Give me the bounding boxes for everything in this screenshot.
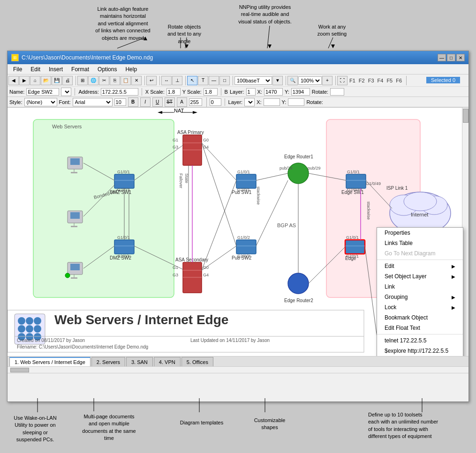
cm-edit-arrow: ▶ [452, 264, 455, 269]
bold-button[interactable]: B [128, 97, 138, 107]
cm-grouping[interactable]: Grouping ▶ [377, 292, 463, 302]
shape-tool[interactable]: □ [219, 76, 230, 85]
cm-edit-float[interactable]: Edit Float Text [377, 323, 463, 333]
yscale-input[interactable] [204, 88, 218, 96]
zoom-in-button[interactable]: + [322, 76, 332, 85]
y-input[interactable] [291, 88, 310, 96]
cm-telnet[interactable]: telnet 172.22.5.5 [377, 335, 463, 346]
forward-button[interactable]: ▶ [19, 76, 30, 85]
xscale-input[interactable] [166, 88, 181, 96]
network-type-select[interactable]: 100baseT [234, 76, 272, 85]
layer-input[interactable] [246, 88, 256, 96]
x-input[interactable] [264, 88, 283, 96]
font-color-button[interactable]: A [177, 97, 187, 107]
svg-rect-9 [33, 119, 174, 297]
menu-edit[interactable]: Edit [27, 65, 44, 74]
maximize-button[interactable]: □ [447, 54, 455, 61]
network-button[interactable]: 🌐 [88, 76, 98, 85]
svg-text:stackwise: stackwise [256, 186, 261, 205]
cm-lock[interactable]: Lock ▶ [377, 302, 463, 312]
svg-rect-27 [70, 264, 80, 270]
menu-help[interactable]: Help [121, 65, 141, 74]
cm-properties[interactable]: Properties [377, 228, 463, 238]
style-layer-select[interactable] [244, 98, 255, 106]
svg-text:G1/0/2: G1/0/2 [237, 235, 250, 240]
cm-goto-next[interactable]: Go To Next Diagram [377, 248, 463, 259]
svg-text:G1: G1 [173, 138, 178, 142]
font-color-input[interactable] [189, 98, 202, 106]
scrollbar-thumb[interactable] [463, 109, 468, 123]
cut-button[interactable]: ✂ [99, 76, 109, 85]
zoom-select[interactable]: 100% [298, 76, 322, 85]
shape-select[interactable]: S [61, 88, 71, 96]
align-center-button[interactable]: ⊥ [172, 76, 182, 85]
svg-rect-23 [70, 212, 80, 219]
svg-marker-6 [185, 45, 189, 48]
objectbar: Name: S Address: X Scale: Y Scale: B Lay… [8, 87, 468, 97]
line-thickness-input[interactable] [210, 98, 221, 106]
rotate-input[interactable] [330, 88, 344, 96]
tab-servers[interactable]: 2. Servers [91, 357, 125, 366]
cm-properties-label: Properties [385, 230, 410, 236]
zoom-out-button[interactable]: 🔍 [287, 76, 298, 85]
menu-format[interactable]: Format [68, 65, 93, 74]
open-button[interactable]: 📂 [41, 76, 51, 85]
menu-insert[interactable]: Insert [45, 65, 67, 74]
style-y-input[interactable] [288, 98, 304, 106]
svg-text:G1/0/49: G1/0/49 [366, 181, 381, 186]
cm-explore[interactable]: $explore http://172.22.5.5 [377, 346, 463, 356]
style-select[interactable]: (None) [24, 98, 57, 106]
selected-badge: Selected 0 [426, 77, 460, 83]
svg-text:pub/29: pub/29 [308, 166, 321, 171]
svg-text:BGP AS: BGP AS [277, 223, 296, 228]
text-tool[interactable]: T [198, 76, 208, 85]
undo-button[interactable]: ↩ [146, 76, 157, 85]
font-select[interactable]: Arial [73, 98, 113, 106]
cm-edit[interactable]: Edit ▶ [377, 261, 463, 271]
menu-options[interactable]: Options [94, 65, 121, 74]
delete-button[interactable]: ✕ [131, 76, 142, 85]
hscroll-thumb[interactable] [10, 368, 29, 372]
cm-set-layer-label: Set Object Layer [385, 273, 426, 280]
horizontal-scrollbar[interactable] [8, 366, 468, 373]
font-size-input[interactable] [114, 98, 126, 106]
link-tool[interactable]: — [209, 76, 219, 85]
tab-web-servers[interactable]: 1. Web Servers / Internet Edge [9, 357, 91, 366]
cm-set-layer-arrow: ▶ [452, 274, 455, 279]
callout-toolsets: Define up to 10 toolsetseach with an unl… [368, 411, 467, 440]
network-type-dropdown[interactable]: ▼ [272, 76, 283, 85]
cm-bookmark[interactable]: Bookmark Object [377, 312, 463, 323]
cm-set-layer[interactable]: Set Object Layer ▶ [377, 271, 463, 282]
back-button[interactable]: ◀ [8, 76, 19, 85]
name-input[interactable] [26, 88, 59, 96]
close-button[interactable]: ✕ [456, 54, 465, 61]
svg-text:G1/0/1: G1/0/1 [117, 235, 130, 240]
strikethrough-button[interactable]: ST [165, 97, 175, 107]
tab-offices[interactable]: 5. Offices [181, 357, 213, 366]
callout-shapes: Customizableshapes [244, 417, 295, 431]
print-button[interactable]: 🖨 [62, 76, 73, 85]
paste-button[interactable]: 📋 [121, 76, 131, 85]
fullscreen-button[interactable]: ⛶ [337, 76, 348, 85]
cm-link[interactable]: Link [377, 282, 463, 292]
tab-san[interactable]: 3. SAN [126, 357, 153, 366]
minimize-button[interactable]: — [438, 54, 446, 61]
menu-file[interactable]: File [9, 65, 26, 74]
tab-vpn[interactable]: 4. VPN [154, 357, 181, 366]
align-left-button[interactable]: ↔ [161, 76, 172, 85]
cm-sep-2 [377, 334, 463, 334]
style-label: Style: [9, 99, 23, 105]
cm-links-table[interactable]: Links Table [377, 238, 463, 248]
underline-button[interactable]: U [152, 97, 163, 107]
tabs-bar: 1. Web Servers / Internet Edge 2. Server… [8, 356, 468, 366]
style-x-input[interactable] [264, 98, 280, 106]
save-button[interactable]: 💾 [52, 76, 62, 85]
address-input[interactable] [101, 88, 138, 96]
italic-button[interactable]: I [140, 97, 151, 107]
pointer-tool[interactable]: ↖ [187, 76, 197, 85]
toolbar-row-1: ◀ ▶ ⌂ 📂 💾 🖨 ⊞ 🌐 ✂ ⎘ 📋 ✕ ↩ ↔ ⊥ ↖ T — □ [8, 74, 468, 87]
svg-text:G1/0/1: G1/0/1 [346, 235, 359, 240]
copy-button[interactable]: ⎘ [110, 76, 120, 85]
home-button[interactable]: ⌂ [30, 76, 40, 85]
grid-button[interactable]: ⊞ [77, 76, 88, 85]
